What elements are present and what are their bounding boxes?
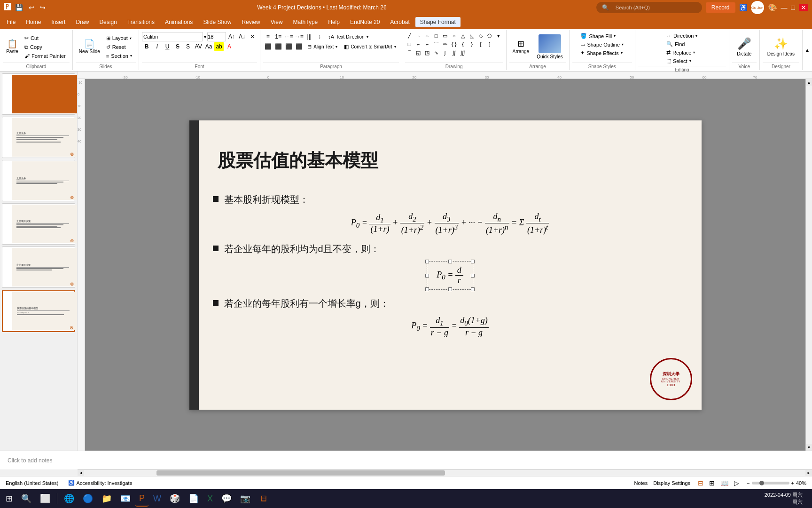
menu-insert[interactable]: Insert	[47, 17, 70, 27]
menu-endnote[interactable]: EndNote 20	[345, 17, 384, 27]
handle-tm[interactable]	[448, 260, 452, 263]
curve-shape2[interactable]: ∿	[432, 49, 440, 56]
bracket-l[interactable]: [	[476, 40, 485, 48]
shadow-button[interactable]: S	[183, 42, 193, 51]
handle-tl[interactable]	[425, 260, 429, 263]
convert-smartart-button[interactable]: ◧ Convert to SmartArt ▾	[341, 43, 398, 51]
slideshow-view-button[interactable]: ▷	[732, 478, 741, 488]
pentagon-shape[interactable]: ⬠	[485, 32, 494, 40]
lbrace[interactable]: {	[459, 40, 467, 48]
reset-button[interactable]: ↺ Reset	[103, 43, 135, 51]
dbl-arrow[interactable]: ↔	[423, 32, 431, 40]
curv-shape[interactable]: ⌒	[432, 40, 440, 48]
clear-format-button[interactable]: ✕	[248, 32, 257, 41]
direction-button[interactable]: ↔ Direction ▾	[664, 32, 700, 40]
menu-file[interactable]: File	[2, 17, 20, 27]
menu-transitions[interactable]: Transitions	[123, 17, 159, 27]
scroll-left-button[interactable]: ◄	[78, 470, 84, 476]
save-button[interactable]: 💾	[13, 3, 25, 12]
font-name-input[interactable]	[142, 32, 203, 41]
menu-animations[interactable]: Animations	[160, 17, 197, 27]
curve-shape3[interactable]: ∫	[441, 49, 449, 56]
normal-view-button[interactable]: ⊟	[696, 478, 705, 488]
undo-button[interactable]: ↩	[27, 3, 36, 12]
camera-taskbar[interactable]: 📷	[236, 491, 254, 507]
handle-tr[interactable]	[471, 260, 475, 263]
bullet-text-2[interactable]: 若企业每年的股利均为d且不变，则：	[224, 243, 380, 255]
pdf-taskbar[interactable]: 📄	[185, 491, 203, 507]
oval-shape[interactable]: ○	[450, 32, 458, 40]
display-settings-button[interactable]: Display Settings	[653, 480, 690, 486]
horizontal-scrollbar[interactable]: ◄ ►	[78, 469, 812, 476]
quick-styles-button[interactable]: Quick Styles	[534, 33, 565, 61]
freeform[interactable]: ✏	[441, 40, 449, 48]
slide-thumb-5[interactable]: 5 之的项目决策 ⊗	[2, 246, 75, 288]
replace-button[interactable]: ⇄ Replace ▾	[664, 48, 698, 56]
cols-button[interactable]: |||	[304, 32, 314, 41]
bullets-button[interactable]: ≡	[263, 32, 273, 41]
increase-indent-button[interactable]: →≡	[294, 32, 304, 41]
slide-delete-5[interactable]: ⊗	[70, 281, 74, 286]
chrome-taskbar[interactable]: 🔵	[79, 491, 97, 507]
bullet-text-1[interactable]: 基本股利折现模型：	[224, 193, 309, 206]
arc-shape[interactable]: ⌒	[405, 49, 414, 56]
menu-help[interactable]: Help	[323, 17, 344, 27]
zoom-in-button[interactable]: +	[791, 480, 794, 486]
italic-button[interactable]: I	[152, 42, 162, 51]
vertical-scrollbar[interactable]: ▲ ▼	[805, 79, 812, 451]
slide-delete-1[interactable]: ⊗	[70, 108, 74, 113]
canvas-area[interactable]: 股票估值的基本模型 基本股利折现模型： P0 =	[85, 79, 805, 451]
scroll-up-button[interactable]: ▲	[806, 79, 812, 86]
font-name-dropdown[interactable]: ▾	[204, 34, 206, 40]
section-button[interactable]: ≡ Section ▾	[103, 52, 135, 60]
ribbon-collapse[interactable]: ▲	[803, 30, 812, 70]
rbrace[interactable]: }	[468, 40, 476, 48]
curve-shape5[interactable]: ∭	[459, 49, 467, 56]
snip-shape[interactable]: ◱	[414, 49, 422, 56]
menu-review[interactable]: Review	[237, 17, 265, 27]
slide-thumb-3[interactable]: 3 之的业务 ⊗	[2, 160, 75, 201]
handle-ml[interactable]	[425, 274, 429, 278]
slide-thumb-1[interactable]: 1 ⊗	[2, 73, 75, 115]
redo-button[interactable]: ↪	[38, 3, 47, 12]
menu-design[interactable]: Design	[94, 17, 121, 27]
3d-taskbar[interactable]: 🎲	[166, 491, 184, 507]
search-input[interactable]	[612, 3, 696, 12]
spacing-button[interactable]: AV	[194, 42, 203, 51]
edge-taskbar[interactable]: 🌐	[60, 491, 78, 507]
slide-thumb-6[interactable]: 6 股票估值的基本模型 P₀ = d₁/(1+r) + ... ⊗	[2, 290, 75, 332]
curve-shape4[interactable]: ∬	[450, 49, 458, 56]
font-size-input[interactable]	[207, 32, 226, 41]
snip2-shape[interactable]: ◳	[423, 49, 431, 56]
notes-status-button[interactable]: Notes	[634, 480, 648, 486]
mail-taskbar[interactable]: 📧	[117, 491, 134, 507]
diamond-shape[interactable]: ◇	[476, 32, 485, 40]
explorer-taskbar[interactable]: 📁	[98, 491, 116, 507]
triangle-shape[interactable]: △	[459, 32, 467, 40]
menu-shapeformat[interactable]: Shape Format	[415, 17, 461, 27]
ppt2-taskbar[interactable]: 🖥	[255, 491, 271, 507]
slide-delete-4[interactable]: ⊗	[70, 238, 74, 243]
handle-mr[interactable]	[471, 274, 475, 278]
strikethrough-button[interactable]: S	[173, 42, 182, 51]
text-direction-button[interactable]: ↕A Text Direction ▾	[325, 33, 371, 40]
design-ideas-button[interactable]: ✨ Design Ideas	[764, 35, 798, 58]
align-text-button[interactable]: ⊟ Align Text ▾	[304, 43, 340, 51]
handle-br[interactable]	[471, 287, 475, 291]
wechat-taskbar[interactable]: 💬	[218, 491, 235, 507]
theme-icon[interactable]: 🎨	[768, 3, 777, 12]
align-right-button[interactable]: ⬛	[284, 42, 293, 51]
slide-delete-6[interactable]: ⊗	[70, 325, 73, 330]
align-center-button[interactable]: ⬛	[273, 42, 283, 51]
excel-taskbar[interactable]: X	[203, 491, 217, 507]
show-desktop-button[interactable]	[807, 489, 810, 508]
maximize-button[interactable]: □	[791, 4, 795, 11]
user-avatar[interactable]: Gu Jun	[751, 1, 764, 14]
rtriangle-shape[interactable]: ◺	[468, 32, 476, 40]
ppt-taskbar[interactable]: P	[135, 491, 148, 507]
menu-view[interactable]: View	[266, 17, 288, 27]
arrange-button[interactable]: ⊞ Arrange	[510, 38, 532, 56]
scroll-down-button[interactable]: ▼	[806, 444, 812, 451]
menu-home[interactable]: Home	[21, 17, 46, 27]
line-spacing-button[interactable]: ↕	[315, 32, 324, 41]
